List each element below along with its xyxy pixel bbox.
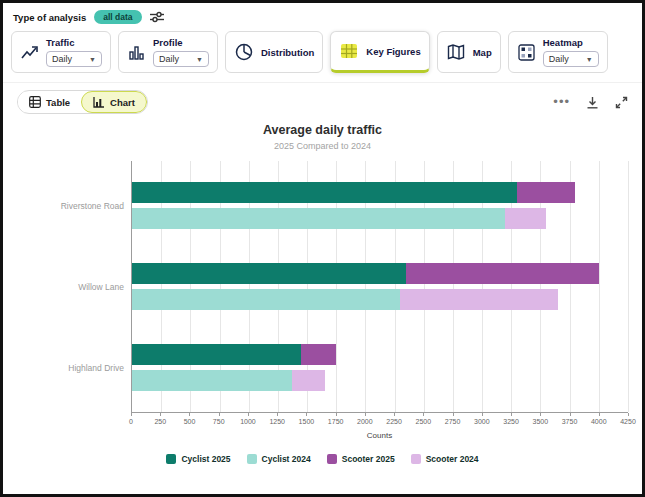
- x-tick-label: 2750: [445, 418, 461, 425]
- table-view-button[interactable]: Table: [18, 92, 81, 112]
- x-axis: 0250500750100012501500175020002250250027…: [131, 413, 628, 428]
- stacked-bar-2024[interactable]: [132, 289, 628, 310]
- legend-item[interactable]: Cyclist 2025: [166, 454, 230, 464]
- tab-traffic[interactable]: Traffic Daily ▼: [11, 31, 111, 73]
- tab-distribution[interactable]: Distribution: [225, 31, 323, 73]
- bar-segment-cyclist-2025[interactable]: [132, 182, 517, 203]
- topbar: Type of analysis all data: [3, 3, 642, 27]
- x-tick-label: 1500: [299, 418, 315, 425]
- tab-heatmap-label: Heatmap: [543, 37, 599, 48]
- x-tick-label: 1250: [269, 418, 285, 425]
- chart-view-label: Chart: [110, 97, 135, 108]
- x-tick-mark: [511, 413, 512, 416]
- tab-map-label: Map: [473, 47, 492, 58]
- analysis-tabs: Traffic Daily ▼ Profile Daily ▼: [3, 27, 642, 82]
- x-tick-mark: [336, 413, 337, 416]
- stacked-bar-2025[interactable]: [132, 344, 628, 365]
- legend-item[interactable]: Scooter 2025: [327, 454, 395, 464]
- analysis-page: Type of analysis all data Traffic: [0, 0, 645, 497]
- x-tick-label: 1000: [240, 418, 256, 425]
- gridline: [628, 161, 629, 412]
- profile-period-dropdown[interactable]: Daily ▼: [153, 51, 209, 67]
- chart-view-button[interactable]: Chart: [81, 91, 147, 113]
- tab-key-figures[interactable]: Key Figures: [330, 31, 429, 73]
- x-tick-mark: [482, 413, 483, 416]
- bar-segment-scooter-2024[interactable]: [400, 289, 558, 310]
- bar-segment-scooter-2024[interactable]: [505, 208, 546, 229]
- x-tick-mark: [131, 413, 132, 416]
- table-icon: [29, 96, 41, 108]
- tab-profile[interactable]: Profile Daily ▼: [118, 31, 218, 73]
- bar-segment-scooter-2024[interactable]: [292, 370, 324, 391]
- x-tick-label: 500: [184, 418, 196, 425]
- legend-swatch: [327, 454, 337, 464]
- bar-segment-cyclist-2025[interactable]: [132, 344, 301, 365]
- bar-segment-scooter-2025[interactable]: [406, 263, 599, 284]
- bar-segment-scooter-2025[interactable]: [301, 344, 336, 365]
- bar-segment-cyclist-2024[interactable]: [132, 370, 292, 391]
- x-tick-label: 3750: [562, 418, 578, 425]
- chart-legend: Cyclist 2025Cyclist 2024Scooter 2025Scoo…: [3, 454, 642, 464]
- tab-key-figures-label: Key Figures: [366, 46, 420, 57]
- x-tick-mark: [219, 413, 220, 416]
- x-tick-label: 4250: [620, 418, 636, 425]
- category-label: Riverstone Road: [8, 201, 124, 211]
- tab-heatmap[interactable]: Heatmap Daily ▼: [508, 31, 608, 73]
- bar-segment-cyclist-2025[interactable]: [132, 263, 406, 284]
- panel-toolbar: Table Chart •••: [3, 90, 642, 114]
- x-tick-mark: [248, 413, 249, 416]
- table-view-label: Table: [46, 97, 70, 108]
- download-icon[interactable]: [586, 96, 599, 109]
- x-tick-label: 2000: [357, 418, 373, 425]
- x-tick-mark: [160, 413, 161, 416]
- bar-segment-scooter-2025[interactable]: [517, 182, 575, 203]
- filter-sliders-icon[interactable]: [150, 11, 164, 23]
- x-tick-mark: [365, 413, 366, 416]
- more-options-icon[interactable]: •••: [553, 98, 570, 106]
- legend-item[interactable]: Cyclist 2024: [247, 454, 311, 464]
- legend-label: Cyclist 2024: [262, 454, 311, 464]
- stacked-bar-2024[interactable]: [132, 208, 628, 229]
- legend-swatch: [247, 454, 257, 464]
- fullscreen-expand-icon[interactable]: [615, 96, 628, 109]
- x-tick-label: 4000: [591, 418, 607, 425]
- stacked-bar-2025[interactable]: [132, 263, 628, 284]
- profile-bar-chart-icon: [127, 43, 146, 62]
- chart-actions: •••: [553, 96, 628, 109]
- plot-area: Riverstone RoadWillow LaneHighland Drive: [131, 161, 628, 413]
- x-tick-mark: [423, 413, 424, 416]
- bar-group: Highland Drive: [132, 344, 628, 391]
- x-tick-mark: [570, 413, 571, 416]
- tab-map[interactable]: Map: [437, 31, 501, 73]
- legend-swatch: [411, 454, 421, 464]
- x-axis-label: Counts: [131, 431, 628, 440]
- category-label: Highland Drive: [8, 363, 124, 373]
- chevron-down-icon: ▼: [586, 56, 593, 63]
- bar-group: Willow Lane: [132, 263, 628, 310]
- profile-period-value: Daily: [159, 54, 179, 64]
- x-tick-label: 3500: [532, 418, 548, 425]
- legend-item[interactable]: Scooter 2024: [411, 454, 479, 464]
- x-tick-mark: [189, 413, 190, 416]
- bar-segment-cyclist-2024[interactable]: [132, 208, 505, 229]
- x-tick-mark: [599, 413, 600, 416]
- traffic-period-value: Daily: [52, 54, 72, 64]
- tab-distribution-label: Distribution: [261, 47, 314, 58]
- x-tick-label: 250: [154, 418, 166, 425]
- heatmap-period-dropdown[interactable]: Daily ▼: [543, 51, 599, 67]
- bar-segment-cyclist-2024[interactable]: [132, 289, 400, 310]
- stacked-bar-2025[interactable]: [132, 182, 628, 203]
- heatmap-grid-icon: [517, 43, 536, 62]
- legend-label: Scooter 2025: [342, 454, 395, 464]
- all-data-badge[interactable]: all data: [94, 10, 141, 24]
- chart-panel: Table Chart •••: [3, 82, 642, 464]
- chart-title: Average daily traffic: [3, 123, 642, 137]
- chart-icon: [93, 96, 105, 108]
- tab-profile-label: Profile: [153, 37, 209, 48]
- traffic-period-dropdown[interactable]: Daily ▼: [46, 51, 102, 67]
- x-tick-label: 1750: [328, 418, 344, 425]
- x-tick-label: 3000: [474, 418, 490, 425]
- x-tick-label: 0: [129, 418, 133, 425]
- bar-group: Riverstone Road: [132, 182, 628, 229]
- stacked-bar-2024[interactable]: [132, 370, 628, 391]
